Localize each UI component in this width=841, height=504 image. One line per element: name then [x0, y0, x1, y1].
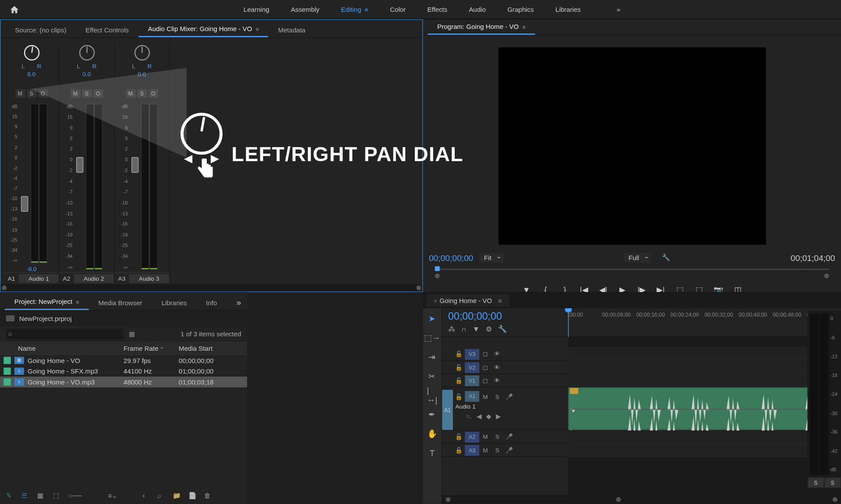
- lock-a2[interactable]: 🔓: [453, 431, 465, 442]
- settings-icon[interactable]: 🔧: [662, 254, 670, 261]
- tab-program[interactable]: Program: Going Home - VO≡: [428, 19, 535, 35]
- mixer-scrollbar[interactable]: [0, 284, 422, 291]
- channel-name-a3[interactable]: Audio 3: [129, 274, 169, 283]
- solo-left[interactable]: S: [807, 477, 824, 488]
- solo-a2[interactable]: S: [82, 89, 92, 98]
- tab-audio-clip-mixer[interactable]: Audio Clip Mixer: Going Home - VO≡: [138, 21, 269, 37]
- mute-a1[interactable]: M: [15, 89, 25, 98]
- snap-icon[interactable]: ⁂: [448, 325, 455, 333]
- ripple-edit-tool[interactable]: ⇥: [427, 352, 438, 363]
- tab-metadata[interactable]: Metadata: [269, 23, 315, 37]
- settings-icon[interactable]: ⚙: [486, 325, 492, 333]
- prev-kf[interactable]: ◀: [477, 412, 481, 420]
- sync-v1[interactable]: ◻: [479, 375, 491, 386]
- workspace-effects[interactable]: Effects: [417, 1, 458, 18]
- wrench-icon[interactable]: 🔧: [498, 325, 507, 333]
- workspace-color[interactable]: Color: [379, 1, 417, 18]
- zoom-slider[interactable]: ○──: [68, 492, 77, 500]
- fader-a3[interactable]: [131, 157, 138, 173]
- automate-icon[interactable]: ⫞: [141, 492, 150, 500]
- project-row-audio[interactable]: ♪ Going Home - SFX.mp3 44100 Hz 01;00;00…: [0, 366, 247, 377]
- workspace-assembly[interactable]: Assembly: [280, 1, 330, 18]
- timeline-ruler[interactable]: ;00;00 00;00;08;00 00;00;16;00 00;00;24;…: [568, 308, 841, 336]
- zoom-fit-dropdown[interactable]: Fit: [479, 253, 503, 262]
- target-a3[interactable]: A3: [465, 444, 479, 455]
- voice-a2[interactable]: 🎤: [503, 431, 515, 442]
- new-item-icon[interactable]: 📄: [188, 492, 197, 500]
- target-a2[interactable]: A2: [465, 431, 479, 442]
- pan-value-a2[interactable]: 0.0: [82, 71, 91, 78]
- selection-tool[interactable]: ➤: [427, 313, 438, 324]
- lock-v2[interactable]: 🔓: [453, 362, 465, 373]
- workspace-learning[interactable]: Learning: [233, 1, 280, 18]
- channel-name-a1[interactable]: Audio 1: [18, 274, 59, 283]
- marker-icon[interactable]: ▼: [473, 325, 480, 333]
- channel-name-a2[interactable]: Audio 2: [74, 274, 114, 283]
- solo-a3[interactable]: S: [491, 444, 503, 455]
- track-select-tool[interactable]: ⬚→: [427, 332, 438, 343]
- timeline-tc[interactable]: 00;00;00;00: [448, 310, 562, 322]
- sequence-tab[interactable]: Going Home - VO≡: [427, 294, 509, 306]
- new-bin-icon[interactable]: 📁: [173, 492, 181, 500]
- target-a1[interactable]: A1: [465, 391, 479, 402]
- freeform-view-icon[interactable]: ⬚: [53, 492, 61, 500]
- write-mode-icon[interactable]: ✎: [6, 492, 14, 500]
- pan-value-a1[interactable]: 6.0: [27, 71, 35, 78]
- sort-icon[interactable]: ≡⌄: [108, 492, 117, 500]
- create-bin-icon[interactable]: ▦: [129, 330, 135, 338]
- solo-a2[interactable]: S: [491, 431, 503, 442]
- fader-a2[interactable]: [76, 157, 83, 173]
- lock-v1[interactable]: 🔓: [453, 375, 465, 386]
- workspace-editing[interactable]: Editing: [330, 1, 379, 18]
- toggle-v1[interactable]: 👁: [491, 375, 503, 386]
- tab-effect-controls[interactable]: Effect Controls: [76, 23, 138, 37]
- record-a3[interactable]: O: [148, 89, 158, 98]
- toggle-v2[interactable]: 👁: [491, 362, 503, 373]
- project-row-sequence[interactable]: ⊞ Going Home - VO 29.97 fps 00;00;00;00: [0, 355, 247, 366]
- tab-info[interactable]: Info: [196, 296, 226, 310]
- icon-view-icon[interactable]: ▦: [37, 492, 46, 500]
- linked-selection-icon[interactable]: ∩: [461, 325, 466, 333]
- source-patch-a1[interactable]: A1: [442, 390, 453, 430]
- solo-a3[interactable]: S: [137, 89, 147, 98]
- project-search-input[interactable]: [6, 328, 123, 339]
- sync-v3[interactable]: ◻: [479, 349, 491, 359]
- workspace-overflow[interactable]: »: [610, 1, 628, 18]
- mute-a2[interactable]: M: [71, 89, 80, 98]
- mute-a2[interactable]: M: [479, 431, 491, 442]
- timeline-zoom-scrollbar[interactable]: [442, 495, 841, 504]
- pen-tool[interactable]: ✒: [427, 409, 438, 420]
- razor-tool[interactable]: ✂: [427, 370, 438, 381]
- find-icon[interactable]: ⌕: [157, 492, 166, 500]
- target-v3[interactable]: V3: [465, 349, 479, 359]
- home-button[interactable]: [0, 0, 29, 19]
- voice-a1[interactable]: 🎤: [503, 391, 515, 402]
- tab-libraries[interactable]: Libraries: [152, 296, 197, 310]
- project-row-audio[interactable]: ♪ Going Home - VO.mp3 48000 Hz 01;00;03;…: [0, 377, 247, 388]
- workspace-libraries[interactable]: Libraries: [544, 1, 591, 18]
- voice-a3[interactable]: 🎤: [503, 444, 515, 455]
- target-v1[interactable]: V1: [465, 375, 479, 386]
- pan-value-a3[interactable]: 0.0: [138, 71, 146, 78]
- slip-tool[interactable]: |↔|: [427, 390, 438, 401]
- resolution-dropdown[interactable]: Full: [624, 253, 651, 262]
- pan-dial-a2[interactable]: [79, 45, 95, 61]
- workspace-graphics[interactable]: Graphics: [497, 1, 545, 18]
- keyframe-mode[interactable]: ○.: [466, 412, 472, 419]
- mute-a3[interactable]: M: [126, 89, 135, 98]
- panel-overflow[interactable]: »: [237, 297, 241, 307]
- solo-a1[interactable]: S: [27, 89, 36, 98]
- tab-media-browser[interactable]: Media Browser: [88, 296, 152, 310]
- next-kf[interactable]: ▶: [496, 412, 501, 420]
- sync-v2[interactable]: ◻: [479, 362, 491, 373]
- program-current-tc[interactable]: 00;00;00;00: [429, 253, 473, 262]
- program-video[interactable]: [498, 47, 766, 244]
- audio-clip-a1[interactable]: [568, 388, 841, 430]
- pan-dial-a1[interactable]: [24, 45, 39, 61]
- workspace-audio[interactable]: Audio: [458, 1, 497, 18]
- mute-a1[interactable]: M: [479, 391, 491, 402]
- fader-a1[interactable]: [21, 196, 28, 212]
- toggle-v3[interactable]: 👁: [491, 349, 503, 359]
- lock-v3[interactable]: 🔓: [453, 349, 465, 359]
- add-kf[interactable]: ◆: [486, 412, 491, 420]
